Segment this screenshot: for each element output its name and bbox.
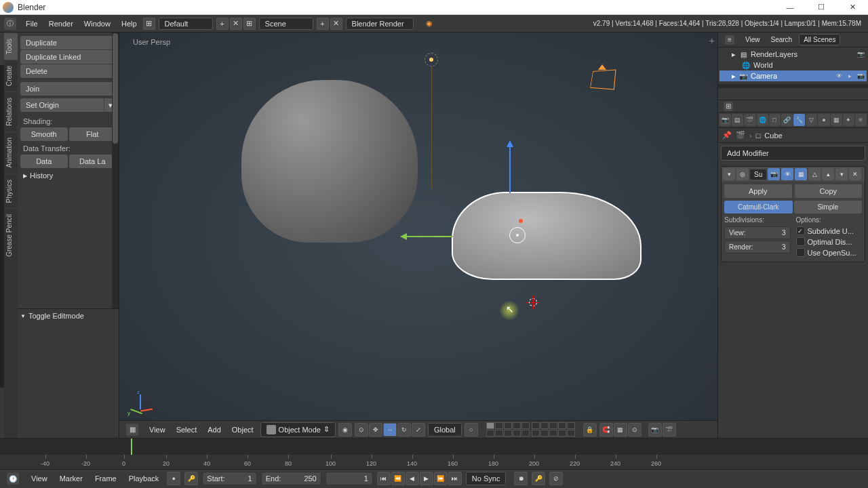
- auto-keyframe-toggle[interactable]: ●: [167, 472, 180, 485]
- tab-physics[interactable]: Physics: [4, 174, 18, 208]
- modifier-apply-button[interactable]: Apply: [724, 184, 792, 198]
- 3d-viewport[interactable]: User Persp + ↖ z y (1) Cube ▦ View S: [119, 33, 717, 438]
- record-button[interactable]: ⏺: [514, 472, 528, 485]
- outliner-display-mode[interactable]: All Scenes: [799, 34, 840, 45]
- snap-element-button[interactable]: ▦: [614, 423, 627, 436]
- tab-material-icon[interactable]: ●: [818, 114, 829, 126]
- scale-manipulator[interactable]: ⤢: [412, 423, 425, 436]
- render-opengl-anim-button[interactable]: 🎬: [663, 423, 676, 436]
- jump-to-end-button[interactable]: ⏭: [448, 472, 462, 485]
- gizmo-y-arrow[interactable]: [406, 236, 453, 237]
- jump-to-start-button[interactable]: ⏮: [377, 472, 391, 485]
- tab-data-icon[interactable]: ▽: [806, 114, 817, 126]
- tab-object-icon[interactable]: □: [769, 114, 781, 126]
- modifier-editmode-toggle[interactable]: ▦: [795, 168, 807, 180]
- scene-delete-button[interactable]: ✕: [330, 18, 342, 30]
- viewport-properties-toggle[interactable]: +: [709, 35, 715, 46]
- duplicate-button[interactable]: Duplicate: [20, 36, 116, 49]
- tab-render-icon[interactable]: 📷: [719, 114, 731, 126]
- menu-help[interactable]: Help: [116, 20, 142, 28]
- sync-mode-dropdown[interactable]: No Sync: [466, 472, 507, 485]
- timeline-menu-playback[interactable]: Playback: [125, 474, 163, 483]
- modifier-name-field[interactable]: Su: [750, 169, 766, 180]
- playhead[interactable]: [131, 439, 132, 455]
- viewport-menu-select[interactable]: Select: [172, 426, 201, 434]
- tab-grease-pencil[interactable]: Grease Pencil: [4, 208, 18, 262]
- modifier-move-down[interactable]: ▾: [835, 168, 848, 180]
- modifier-render-toggle[interactable]: 📷: [768, 168, 780, 180]
- render-engine-dropdown[interactable]: Blender Render: [346, 18, 414, 30]
- timeline-menu-marker[interactable]: Marker: [56, 474, 87, 483]
- join-button[interactable]: Join: [20, 82, 116, 96]
- manipulator-toggle[interactable]: ✥: [369, 423, 382, 436]
- outliner-scrollbar[interactable]: [718, 84, 868, 88]
- set-origin-dropdown[interactable]: Set Origin ▾: [20, 98, 116, 112]
- outliner-item-world[interactable]: 🌐 World: [719, 60, 867, 70]
- timeline-editor-type-icon[interactable]: 🕐: [7, 472, 19, 485]
- subdiv-render-field[interactable]: Render: 3: [724, 241, 791, 253]
- layout-add-button[interactable]: +: [216, 18, 229, 30]
- transform-orientation-dropdown[interactable]: Global: [428, 423, 462, 436]
- viewport-editor-type-icon[interactable]: ▦: [126, 424, 138, 436]
- rounded-cube-object[interactable]: [241, 80, 418, 243]
- render-opengl-button[interactable]: 📷: [648, 423, 662, 436]
- jump-prev-keyframe-button[interactable]: ⏪: [391, 472, 405, 485]
- history-panel-toggle[interactable]: History: [20, 169, 116, 182]
- catmull-clark-toggle[interactable]: Catmull-Clark: [724, 201, 793, 214]
- maximize-button[interactable]: ☐: [806, 0, 837, 15]
- menu-render[interactable]: Render: [43, 20, 79, 28]
- gizmo-x-handle[interactable]: [519, 219, 523, 223]
- outliner-menu-view[interactable]: View: [741, 36, 764, 43]
- scene-add-button[interactable]: +: [317, 18, 329, 30]
- lamp-object[interactable]: [425, 53, 438, 66]
- data-layout-button[interactable]: Data La: [69, 155, 117, 168]
- tab-modifiers-icon[interactable]: 🔧: [793, 114, 805, 126]
- tab-animation[interactable]: Animation: [4, 131, 18, 173]
- editor-type-icon[interactable]: ⓘ: [4, 18, 16, 30]
- outliner-editor-type-icon[interactable]: ≡: [725, 35, 734, 45]
- tab-renderlayers-icon[interactable]: ▤: [732, 114, 743, 126]
- shading-mode-button[interactable]: ◉: [338, 423, 352, 436]
- tab-constraints-icon[interactable]: 🔗: [781, 114, 793, 126]
- toolshelf-scrollbar[interactable]: [112, 33, 119, 308]
- tab-tools[interactable]: Tools: [4, 33, 18, 60]
- modifier-copy-button[interactable]: Copy: [795, 184, 863, 198]
- timeline-menu-frame[interactable]: Frame: [91, 474, 121, 483]
- pivot-point-button[interactable]: ⊙: [355, 423, 368, 436]
- subdivide-uvs-checkbox[interactable]: Subdivide U...: [796, 226, 863, 235]
- interaction-mode-dropdown[interactable]: Object Mode ⇕: [260, 422, 336, 437]
- tab-physics-icon[interactable]: ⚛: [855, 114, 867, 126]
- viewport-menu-object[interactable]: Object: [228, 426, 258, 434]
- pin-icon[interactable]: 📌: [722, 131, 732, 140]
- restrict-render-icon[interactable]: 📷: [856, 49, 865, 59]
- timeline-track[interactable]: [0, 439, 868, 455]
- keying-set-button[interactable]: 🔑: [184, 472, 198, 485]
- minimize-button[interactable]: —: [774, 0, 806, 15]
- selected-cube-object[interactable]: [452, 192, 642, 280]
- timeline-ruler[interactable]: -40-200204060801001201401601802002202402…: [0, 455, 868, 470]
- snap-toggle[interactable]: 🧲: [599, 423, 613, 436]
- subdiv-view-field[interactable]: View: 3: [724, 226, 791, 239]
- screen-layout-dropdown[interactable]: Default: [159, 18, 213, 30]
- camera-object[interactable]: [589, 70, 623, 94]
- add-modifier-dropdown[interactable]: Add Modifier: [721, 146, 865, 161]
- frame-start-field[interactable]: Start: 1: [202, 472, 256, 485]
- play-button[interactable]: ▶: [420, 472, 433, 485]
- modifier-cage-toggle[interactable]: △: [808, 168, 821, 180]
- outliner-menu-search[interactable]: Search: [767, 36, 797, 43]
- tab-create[interactable]: Create: [4, 60, 18, 92]
- simple-toggle[interactable]: Simple: [794, 201, 863, 214]
- timeline-menu-view[interactable]: View: [27, 474, 52, 483]
- insert-keyframe-button[interactable]: 🔑: [532, 472, 545, 485]
- menu-file[interactable]: File: [20, 20, 43, 28]
- optimal-display-checkbox[interactable]: Optimal Dis...: [796, 237, 863, 246]
- tab-scene-icon[interactable]: 🎬: [744, 114, 755, 126]
- modifier-expand-icon[interactable]: ▾: [723, 168, 735, 180]
- play-reverse-button[interactable]: ◀: [406, 472, 419, 485]
- tab-particles-icon[interactable]: ✦: [843, 114, 854, 126]
- delete-button[interactable]: Delete: [20, 64, 116, 78]
- tab-world-icon[interactable]: 🌐: [757, 114, 768, 126]
- viewport-menu-view[interactable]: View: [145, 426, 170, 434]
- tab-relations[interactable]: Relations: [4, 92, 18, 131]
- translate-manipulator[interactable]: ↔: [383, 423, 397, 436]
